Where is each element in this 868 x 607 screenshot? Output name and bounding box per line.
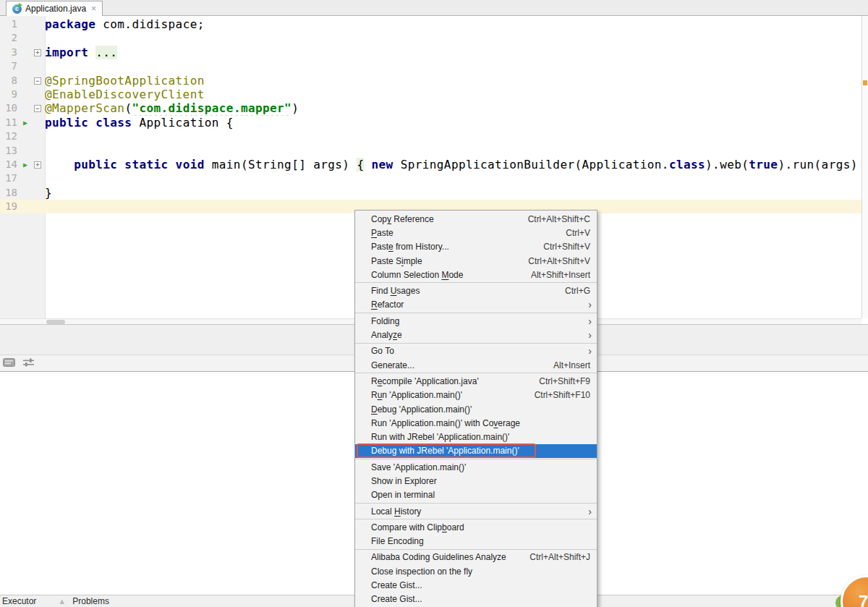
menu-item-create-gist[interactable]: Create Gist... — [355, 578, 597, 592]
gutter-space — [20, 200, 31, 213]
menu-item-label: Save 'Application.main()' — [371, 462, 590, 472]
menu-item-analyze[interactable]: Analyze› — [355, 328, 597, 341]
code-token: ) — [292, 101, 299, 115]
menu-item-paste[interactable]: PasteCtrl+V — [355, 226, 597, 239]
code-token: main(String[] args) — [205, 158, 357, 171]
code-line-14[interactable]: 14▶+ public static void main(String[] ar… — [0, 158, 861, 171]
code-line-7[interactable]: 7 — [0, 59, 861, 73]
menu-item-shortcut: Ctrl+Shift+F10 — [535, 390, 590, 400]
code-token: @SpringBootApplication — [45, 74, 205, 88]
menu-item-refactor[interactable]: Refactor› — [355, 298, 597, 312]
code-line-8[interactable]: 8−@SpringBootApplication — [0, 74, 861, 88]
menu-item-folding[interactable]: Folding› — [355, 314, 597, 328]
menu-item-label: Go To — [371, 346, 575, 356]
code-line-18[interactable]: 18} — [0, 186, 861, 200]
menu-item-shortcut: Ctrl+Alt+Shift+C — [528, 214, 590, 224]
menu-item-save-application-main[interactable]: Save 'Application.main()' — [355, 460, 597, 474]
console-icon[interactable] — [3, 357, 15, 370]
fold-slot — [31, 88, 45, 101]
submenu-arrow-icon: › — [588, 316, 592, 326]
menu-separator — [355, 549, 597, 550]
code-line-11[interactable]: 11▶public class Application { — [0, 116, 861, 130]
fold-minus-icon[interactable]: − — [34, 77, 41, 85]
code-line-9[interactable]: 9@EnableDiscoveryClient — [0, 88, 861, 101]
editor-tab-bar: c Application.java × — [0, 0, 868, 16]
menu-item-column-selection-mode[interactable]: Column Selection ModeAlt+Shift+Insert — [355, 268, 597, 281]
menu-item-shortcut: Ctrl+Shift+F9 — [539, 376, 590, 386]
code-line-17[interactable]: 17 — [0, 171, 861, 185]
fold-slot — [31, 31, 45, 45]
code-token: ( — [124, 101, 132, 115]
menu-item-run-application-main-with-coverage[interactable]: Run 'Application.main()' with Coverage — [355, 416, 597, 430]
menu-item-debug-with-jrebel-application-main[interactable]: Debug with JRebel 'Application.main()' — [355, 444, 597, 458]
menu-item-copy-reference[interactable]: Copy ReferenceCtrl+Alt+Shift+C — [355, 212, 597, 226]
menu-item-run-application-main[interactable]: Run 'Application.main()'Ctrl+Shift+F10 — [355, 389, 597, 402]
line-number: 17 — [0, 171, 20, 185]
fold-minus-icon[interactable]: − — [34, 105, 41, 112]
menu-item-create-gist[interactable]: Create Gist... — [355, 593, 597, 606]
line-number: 9 — [0, 88, 20, 101]
menu-item-close-inspection-on-the-fly[interactable]: Close inspection on the fly — [355, 564, 597, 578]
menu-item-open-in-terminal[interactable]: Open in terminal — [355, 488, 597, 502]
editor-vertical-scrollbar[interactable] — [861, 16, 868, 318]
gutter-space — [20, 101, 31, 115]
menu-item-shortcut: Ctrl+Alt+Shift+V — [528, 256, 590, 266]
code-lines: 1package com.didispace;23+import ...78−@… — [0, 17, 861, 213]
code-line-12[interactable]: 12 — [0, 130, 861, 143]
code-text: @EnableDiscoveryClient — [45, 88, 861, 101]
menu-item-local-history[interactable]: Local History› — [355, 504, 597, 518]
menu-item-show-in-explorer[interactable]: Show in Explorer — [355, 474, 597, 488]
code-line-2[interactable]: 2 — [0, 31, 861, 45]
statusbar-executor-button[interactable]: Executor — [2, 596, 36, 606]
code-token: Application — [139, 116, 218, 130]
code-line-10[interactable]: 10−@MapperScan("com.didispace.mapper") — [0, 101, 861, 115]
code-line-13[interactable]: 13 — [0, 144, 861, 158]
menu-item-label: Run 'Application.main()' — [371, 390, 522, 400]
fold-slot — [31, 130, 45, 143]
code-line-3[interactable]: 3+import ... — [0, 46, 861, 59]
tab-application-java[interactable]: c Application.java × — [6, 1, 103, 16]
fold-slot — [31, 171, 45, 185]
menu-item-label: Paste from History... — [371, 242, 530, 252]
error-stripe-mark[interactable] — [863, 80, 867, 85]
menu-item-alibaba-coding-guidelines-analyze[interactable]: Alibaba Coding Guidelines AnalyzeCtrl+Al… — [355, 551, 597, 564]
menu-item-label: Create Gist... — [371, 594, 590, 604]
menu-item-generate[interactable]: Generate...Alt+Insert — [355, 358, 597, 372]
gutter-space — [20, 46, 31, 59]
line-number: 11 — [0, 116, 20, 130]
menu-item-go-to[interactable]: Go To› — [355, 344, 597, 358]
menu-item-find-usages[interactable]: Find UsagesCtrl+G — [355, 284, 597, 297]
code-token: } — [45, 186, 52, 200]
menu-item-file-encoding[interactable]: File Encoding — [355, 535, 597, 548]
filter-settings-icon[interactable] — [23, 357, 35, 370]
menu-item-paste-simple[interactable]: Paste SimpleCtrl+Alt+Shift+V — [355, 254, 597, 268]
code-text: public static void main(String[] args) {… — [45, 158, 861, 171]
fold-plus-icon[interactable]: + — [34, 49, 41, 56]
code-token: @MapperScan — [45, 101, 124, 115]
statusbar-problems-button[interactable]: Problems — [72, 596, 109, 606]
code-line-1[interactable]: 1package com.didispace; — [0, 17, 861, 31]
menu-item-label: Paste Simple — [371, 256, 515, 266]
java-class-icon: c — [12, 4, 22, 14]
menu-item-label: Local History — [371, 506, 575, 517]
menu-item-recompile-application-java[interactable]: Recompile 'Application.java'Ctrl+Shift+F… — [355, 374, 597, 388]
menu-item-debug-application-main[interactable]: Debug 'Application.main()' — [355, 402, 597, 416]
run-arrow-icon[interactable]: ▶ — [20, 158, 31, 171]
code-token: ).web( — [705, 158, 749, 171]
fold-slot — [31, 59, 45, 73]
line-number: 13 — [0, 144, 20, 158]
menu-item-paste-from-history[interactable]: Paste from History...Ctrl+Shift+V — [355, 240, 597, 254]
menu-item-label: Debug 'Application.main()' — [371, 404, 590, 415]
menu-item-label: Generate... — [371, 360, 540, 370]
menu-item-label: Alibaba Coding Guidelines Analyze — [371, 552, 516, 562]
fold-plus-icon[interactable]: + — [34, 161, 41, 169]
run-arrow-icon[interactable]: ▶ — [20, 116, 31, 130]
fold-slot — [31, 200, 45, 213]
menu-item-run-with-jrebel-application-main[interactable]: Run with JRebel 'Application.main()' — [355, 430, 597, 443]
code-token: import — [45, 46, 88, 59]
code-token — [45, 158, 74, 171]
tab-close-icon[interactable]: × — [91, 4, 96, 14]
menu-item-compare-with-clipboard[interactable]: Compare with Clipboard — [355, 520, 597, 534]
line-number: 2 — [0, 31, 20, 45]
fold-slot — [31, 17, 45, 31]
